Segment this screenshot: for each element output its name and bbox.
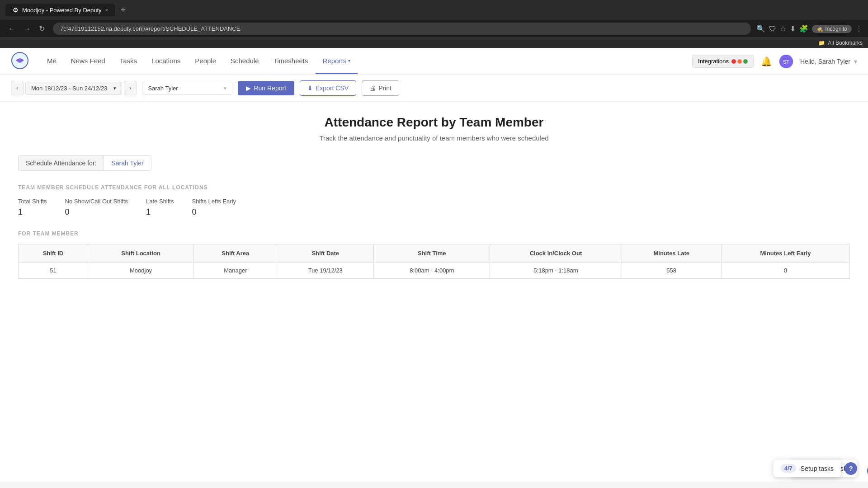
status-dot-orange <box>737 59 742 64</box>
help-question-icon[interactable]: ? <box>844 462 857 475</box>
browser-chrome: ⚙ Moodjoy - Powered By Deputy × + <box>0 0 868 20</box>
integrations-label: Integrations <box>698 58 729 65</box>
main-content: Attendance Report by Team Member Track t… <box>0 102 868 292</box>
setup-badge-count: 4/7 <box>781 464 796 473</box>
table-header-row: Shift ID Shift Location Shift Area Shift… <box>19 244 850 263</box>
nav-item-schedule[interactable]: Schedule <box>223 49 266 74</box>
person-selector[interactable]: Sarah Tyler ▾ <box>142 82 232 95</box>
print-button[interactable]: 🖨 Print <box>362 80 399 96</box>
setup-tasks-text: Setup tasks <box>801 465 834 472</box>
stat-left-early-label: Shifts Lefts Early <box>192 198 236 205</box>
section1-heading: TEAM MEMBER SCHEDULE ATTENDANCE FOR ALL … <box>18 184 850 191</box>
next-date-button[interactable]: › <box>124 81 137 95</box>
cell-shift-time: 8:00am - 4:00pm <box>374 263 490 279</box>
cell-clock-in-out: 5:18pm - 1:18am <box>490 263 622 279</box>
section2-heading: FOR TEAM MEMBER <box>18 230 850 237</box>
user-greeting: Hello, Sarah Tyler ▾ <box>800 58 857 65</box>
address-bar[interactable]: 7cf47d19112152.na.deputy.com/#report/SCH… <box>53 23 751 35</box>
stat-no-show-value: 0 <box>65 207 128 217</box>
nav-items: Me News Feed Tasks Locations People Sche… <box>40 49 692 74</box>
date-navigation: ‹ Mon 18/12/23 - Sun 24/12/23 ▾ › <box>11 81 137 95</box>
run-report-button[interactable]: ▶ Run Report <box>238 81 294 95</box>
person-name-text: Sarah Tyler <box>148 85 178 92</box>
stat-left-early-value: 0 <box>192 207 236 217</box>
nav-item-locations[interactable]: Locations <box>144 49 188 74</box>
logo-icon <box>11 52 29 70</box>
app-container: Me News Feed Tasks Locations People Sche… <box>0 48 868 482</box>
export-icon: ⬇ <box>307 84 313 92</box>
date-range-text: Mon 18/12/23 - Sun 24/12/23 <box>31 85 107 92</box>
tab-title: Moodjoy - Powered By Deputy <box>22 7 102 14</box>
cell-minutes-late: 558 <box>622 263 721 279</box>
stat-no-show-label: No Show/Call Out Shifts <box>65 198 128 205</box>
run-report-label: Run Report <box>254 84 286 92</box>
notifications-bell-icon[interactable]: 🔔 <box>761 56 772 67</box>
browser-address-bar: ← → ↻ 7cf47d19112152.na.deputy.com/#repo… <box>0 20 868 38</box>
cell-shift-area: Manager <box>194 263 277 279</box>
search-icon[interactable]: 🔍 <box>756 24 765 33</box>
col-minutes-late: Minutes Late <box>622 244 721 263</box>
status-dot-red <box>731 59 736 64</box>
col-shift-time: Shift Time <box>374 244 490 263</box>
setup-tasks-floating[interactable]: 4/7 Setup tasks <box>774 460 841 477</box>
cell-shift-date: Tue 19/12/23 <box>277 263 374 279</box>
col-shift-area: Shift Area <box>194 244 277 263</box>
col-shift-id: Shift ID <box>19 244 88 263</box>
user-menu-chevron[interactable]: ▾ <box>854 58 857 65</box>
table-row: 51 Moodjoy Manager Tue 19/12/23 8:00am -… <box>19 263 850 279</box>
bookmark-icon[interactable]: ☆ <box>780 24 786 33</box>
export-label: Export CSV <box>316 84 349 92</box>
export-csv-button[interactable]: ⬇ Export CSV <box>300 80 356 96</box>
user-avatar: ST <box>779 55 793 68</box>
nav-item-reports[interactable]: Reports ▾ <box>316 49 358 74</box>
app-logo[interactable] <box>11 52 29 71</box>
date-range-picker[interactable]: Mon 18/12/23 - Sun 24/12/23 ▾ <box>25 82 122 95</box>
schedule-for-label: Schedule Attendance for: <box>19 156 104 170</box>
report-subtitle: Track the attendance and punctuality of … <box>18 134 850 142</box>
report-toolbar: ‹ Mon 18/12/23 - Sun 24/12/23 ▾ › Sarah … <box>0 75 868 102</box>
nav-item-me[interactable]: Me <box>40 49 64 74</box>
tab-favicon: ⚙ <box>13 6 19 14</box>
stat-total-shifts-label: Total Shifts <box>18 198 47 205</box>
bookmarks-folder-icon: 📁 <box>818 40 825 46</box>
table-header: Shift ID Shift Location Shift Area Shift… <box>19 244 850 263</box>
print-icon: 🖨 <box>369 84 376 92</box>
stat-left-early: Shifts Lefts Early 0 <box>192 198 236 217</box>
stat-total-shifts-value: 1 <box>18 207 47 217</box>
incognito-badge: 🕵 Incognito <box>812 25 852 33</box>
print-label: Print <box>378 84 392 92</box>
url-text: 7cf47d19112152.na.deputy.com/#report/SCH… <box>60 25 240 32</box>
nav-item-tasks[interactable]: Tasks <box>113 49 144 74</box>
more-options-icon[interactable]: ⋮ <box>855 24 863 33</box>
col-minutes-left-early: Minutes Left Early <box>721 244 849 263</box>
reload-button[interactable]: ↻ <box>36 23 47 35</box>
date-range-dropdown-icon: ▾ <box>113 85 116 91</box>
reports-dropdown-icon: ▾ <box>348 58 350 63</box>
prev-date-button[interactable]: ‹ <box>11 81 24 95</box>
svg-point-1 <box>18 59 22 62</box>
tab-close-button[interactable]: × <box>105 7 108 13</box>
cell-minutes-left-early: 0 <box>721 263 849 279</box>
stat-no-show: No Show/Call Out Shifts 0 <box>65 198 128 217</box>
run-report-icon: ▶ <box>246 84 251 92</box>
nav-item-news-feed[interactable]: News Feed <box>64 49 113 74</box>
cell-shift-location: Moodjoy <box>88 263 193 279</box>
stat-late-shifts-value: 1 <box>146 207 174 217</box>
extensions-icon[interactable]: 🧩 <box>799 24 808 33</box>
integrations-button[interactable]: Integrations <box>692 55 754 68</box>
svg-text:ST: ST <box>783 59 789 65</box>
download-icon[interactable]: ⬇ <box>790 24 796 33</box>
forward-button[interactable]: → <box>21 23 33 35</box>
new-tab-button[interactable]: + <box>117 5 129 16</box>
active-tab[interactable]: ⚙ Moodjoy - Powered By Deputy × <box>5 4 115 16</box>
shield-icon: 🛡 <box>769 25 776 33</box>
nav-item-timesheets[interactable]: Timesheets <box>266 49 316 74</box>
attendance-table: Shift ID Shift Location Shift Area Shift… <box>18 244 850 279</box>
schedule-for-box: Schedule Attendance for: Sarah Tyler <box>18 155 151 171</box>
table-body: 51 Moodjoy Manager Tue 19/12/23 8:00am -… <box>19 263 850 279</box>
bookmarks-label[interactable]: All Bookmarks <box>828 40 863 46</box>
col-shift-date: Shift Date <box>277 244 374 263</box>
nav-item-people[interactable]: People <box>188 49 223 74</box>
back-button[interactable]: ← <box>5 23 18 35</box>
incognito-icon: 🕵 <box>816 26 823 32</box>
